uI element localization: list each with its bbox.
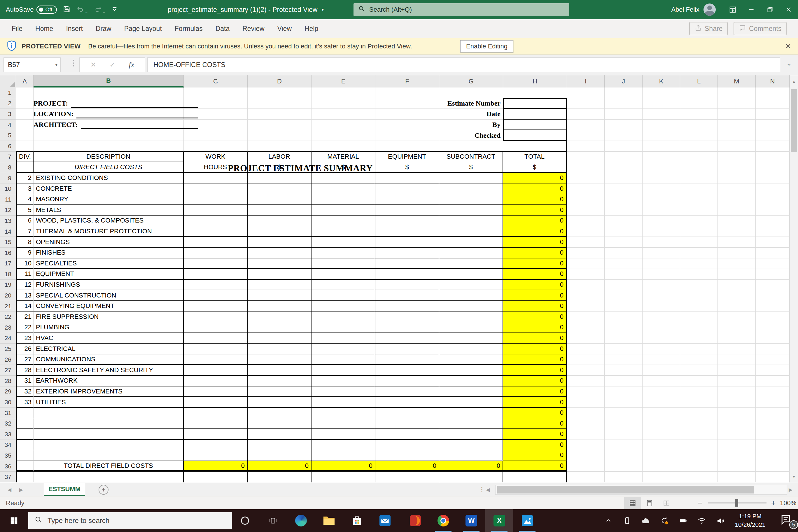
cell-M22[interactable] xyxy=(718,311,756,322)
cell-A8[interactable] xyxy=(16,162,34,173)
column-header-J[interactable]: J xyxy=(605,75,643,88)
cell-N36[interactable] xyxy=(756,461,790,472)
cell-C26[interactable] xyxy=(184,354,248,365)
cell-H32[interactable]: 0 xyxy=(503,418,567,429)
row-header-18[interactable]: 18 xyxy=(0,269,16,280)
cell-F27[interactable] xyxy=(375,365,439,376)
cell-M26[interactable] xyxy=(718,354,756,365)
cell-J22[interactable] xyxy=(605,311,643,322)
cell-H5[interactable] xyxy=(503,130,567,141)
cell-K21[interactable] xyxy=(643,301,680,312)
cell-G14[interactable] xyxy=(439,226,503,237)
cell-K13[interactable] xyxy=(643,215,680,226)
battery-icon[interactable] xyxy=(676,509,690,532)
zoom-in-icon[interactable]: + xyxy=(771,496,776,510)
cell-F16[interactable] xyxy=(375,248,439,259)
cell-L24[interactable] xyxy=(680,333,718,344)
insert-function-icon[interactable]: fx xyxy=(129,60,134,69)
zoom-slider[interactable] xyxy=(708,502,766,504)
cell-I28[interactable] xyxy=(567,376,605,386)
cell-A25[interactable]: 26 xyxy=(16,344,34,354)
cell-I20[interactable] xyxy=(567,290,605,301)
cell-G18[interactable] xyxy=(439,269,503,280)
cell-G19[interactable] xyxy=(439,280,503,290)
cell-A36[interactable] xyxy=(16,461,34,472)
cell-B20[interactable]: SPECIAL CONSTRUCTION xyxy=(34,290,184,301)
cell-M9[interactable] xyxy=(718,173,756,184)
cell-D24[interactable] xyxy=(248,333,311,344)
cell-N17[interactable] xyxy=(756,259,790,269)
cell-H18[interactable]: 0 xyxy=(503,269,567,280)
cell-A17[interactable]: 10 xyxy=(16,259,34,269)
word-icon[interactable]: W xyxy=(457,509,485,532)
cell-H25[interactable]: 0 xyxy=(503,344,567,354)
cell-B31[interactable] xyxy=(34,408,184,419)
cell-G37[interactable] xyxy=(439,472,503,482)
cell-G29[interactable] xyxy=(439,386,503,397)
cell-J30[interactable] xyxy=(605,397,643,408)
cell-G31[interactable] xyxy=(439,408,503,419)
cell-M32[interactable] xyxy=(718,418,756,429)
cell-E32[interactable] xyxy=(311,418,375,429)
cell-E18[interactable] xyxy=(311,269,375,280)
cell-M1[interactable] xyxy=(718,88,756,98)
cell-I18[interactable] xyxy=(567,269,605,280)
cell-N35[interactable] xyxy=(756,450,790,461)
autosave-pill[interactable]: Off xyxy=(36,5,57,14)
cell-J20[interactable] xyxy=(605,290,643,301)
cell-A1[interactable] xyxy=(16,88,34,98)
cell-B5[interactable] xyxy=(34,130,184,141)
cell-D29[interactable] xyxy=(248,386,311,397)
cell-C18[interactable] xyxy=(184,269,248,280)
ribbon-display-options-icon[interactable] xyxy=(723,0,742,19)
cell-D26[interactable] xyxy=(248,354,311,365)
column-header-K[interactable]: K xyxy=(643,75,680,88)
cell-E10[interactable] xyxy=(311,184,375,194)
cell-J17[interactable] xyxy=(605,259,643,269)
cell-A19[interactable]: 12 xyxy=(16,280,34,290)
cell-E29[interactable] xyxy=(311,386,375,397)
cell-M34[interactable] xyxy=(718,440,756,451)
cell-C11[interactable] xyxy=(184,194,248,205)
cell-F21[interactable] xyxy=(375,301,439,312)
cell-B16[interactable]: FINISHES xyxy=(34,248,184,259)
cell-J29[interactable] xyxy=(605,386,643,397)
cell-H20[interactable]: 0 xyxy=(503,290,567,301)
cell-G10[interactable] xyxy=(439,184,503,194)
cell-D15[interactable] xyxy=(248,237,311,248)
cell-C33[interactable] xyxy=(184,429,248,440)
cell-D13[interactable] xyxy=(248,215,311,226)
ribbon-tab-review[interactable]: Review xyxy=(236,19,271,38)
cell-H26[interactable]: 0 xyxy=(503,354,567,365)
cell-F3[interactable] xyxy=(375,109,439,119)
column-header-H[interactable]: H xyxy=(503,75,567,88)
cell-G25[interactable] xyxy=(439,344,503,354)
row-header-32[interactable]: 32 xyxy=(0,418,16,429)
cell-J13[interactable] xyxy=(605,215,643,226)
cell-A31[interactable] xyxy=(16,408,34,419)
onedrive-icon[interactable] xyxy=(639,509,653,532)
cell-K32[interactable] xyxy=(643,418,680,429)
cell-M33[interactable] xyxy=(718,429,756,440)
cell-L11[interactable] xyxy=(680,194,718,205)
row-header-24[interactable]: 24 xyxy=(0,333,16,344)
cell-E9[interactable] xyxy=(311,173,375,184)
cell-D16[interactable] xyxy=(248,248,311,259)
cell-L34[interactable] xyxy=(680,440,718,451)
cell-G17[interactable] xyxy=(439,259,503,269)
cell-L12[interactable] xyxy=(680,205,718,216)
cell-K35[interactable] xyxy=(643,450,680,461)
cell-C30[interactable] xyxy=(184,397,248,408)
cell-D7[interactable]: LABOR xyxy=(248,152,311,163)
cell-A16[interactable]: 9 xyxy=(16,248,34,259)
scroll-left-icon[interactable]: ◀ xyxy=(486,483,490,496)
expand-formula-bar-icon[interactable]: ⌄ xyxy=(786,60,792,68)
cell-M19[interactable] xyxy=(718,280,756,290)
cell-C12[interactable] xyxy=(184,205,248,216)
cell-A20[interactable]: 13 xyxy=(16,290,34,301)
cell-B19[interactable]: FURNISHINGS xyxy=(34,280,184,290)
cell-K11[interactable] xyxy=(643,194,680,205)
cell-K37[interactable] xyxy=(643,472,680,482)
cell-K2[interactable] xyxy=(643,98,680,109)
cell-M5[interactable] xyxy=(718,130,756,141)
